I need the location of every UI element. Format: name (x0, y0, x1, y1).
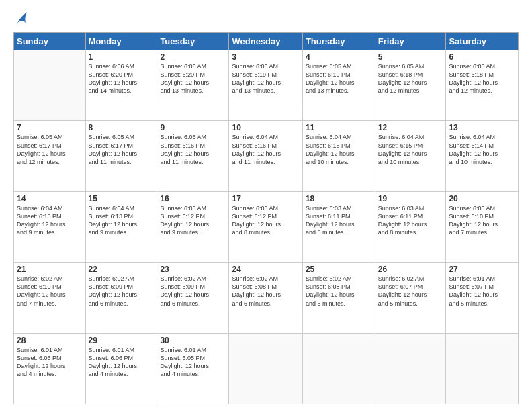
weekday-header-friday: Friday (375, 33, 446, 50)
day-info: Sunrise: 6:06 AMSunset: 6:20 PMDaylight:… (89, 62, 154, 95)
day-number: 25 (306, 265, 372, 274)
weekday-header-thursday: Thursday (302, 33, 375, 50)
calendar-cell: 16Sunrise: 6:03 AMSunset: 6:12 PMDayligh… (157, 191, 229, 262)
day-number: 13 (449, 123, 515, 132)
day-number: 6 (449, 52, 515, 62)
calendar-cell: 26Sunrise: 6:02 AMSunset: 6:07 PMDayligh… (375, 263, 446, 333)
day-number: 19 (378, 194, 443, 203)
day-info: Sunrise: 6:04 AMSunset: 6:15 PMDaylight:… (306, 133, 372, 166)
calendar-cell: 6Sunrise: 6:05 AMSunset: 6:18 PMDaylight… (446, 50, 519, 121)
day-number: 24 (232, 265, 299, 274)
calendar: SundayMondayTuesdayWednesdayThursdayFrid… (13, 32, 519, 404)
calendar-cell (229, 333, 302, 404)
day-number: 17 (232, 194, 299, 203)
day-info: Sunrise: 6:04 AMSunset: 6:16 PMDaylight:… (232, 133, 299, 166)
day-number: 29 (89, 336, 154, 345)
day-info: Sunrise: 6:04 AMSunset: 6:13 PMDaylight:… (89, 204, 154, 237)
day-info: Sunrise: 6:06 AMSunset: 6:19 PMDaylight:… (232, 62, 299, 95)
day-info: Sunrise: 6:03 AMSunset: 6:12 PMDaylight:… (232, 204, 299, 237)
calendar-cell: 23Sunrise: 6:02 AMSunset: 6:09 PMDayligh… (157, 263, 229, 333)
calendar-cell: 19Sunrise: 6:03 AMSunset: 6:11 PMDayligh… (375, 191, 446, 262)
weekday-header-tuesday: Tuesday (157, 33, 229, 50)
day-number: 18 (306, 194, 372, 203)
day-number: 12 (378, 123, 443, 132)
day-info: Sunrise: 6:05 AMSunset: 6:17 PMDaylight:… (17, 133, 83, 166)
logo-text (13, 12, 28, 26)
calendar-cell: 15Sunrise: 6:04 AMSunset: 6:13 PMDayligh… (85, 191, 157, 262)
day-number: 11 (306, 123, 372, 132)
calendar-cell: 28Sunrise: 6:01 AMSunset: 6:06 PMDayligh… (14, 333, 86, 404)
day-number: 5 (378, 52, 443, 62)
calendar-cell: 13Sunrise: 6:04 AMSunset: 6:14 PMDayligh… (446, 121, 519, 191)
logo (13, 12, 28, 26)
day-number: 2 (160, 52, 226, 62)
day-number: 21 (17, 265, 83, 274)
day-number: 3 (232, 52, 299, 62)
day-info: Sunrise: 6:05 AMSunset: 6:19 PMDaylight:… (306, 62, 372, 95)
day-number: 14 (17, 194, 83, 203)
calendar-cell: 25Sunrise: 6:02 AMSunset: 6:08 PMDayligh… (302, 263, 375, 333)
day-info: Sunrise: 6:01 AMSunset: 6:07 PMDaylight:… (449, 275, 515, 308)
day-number: 10 (232, 123, 299, 132)
day-number: 28 (17, 336, 83, 345)
calendar-cell: 3Sunrise: 6:06 AMSunset: 6:19 PMDaylight… (229, 50, 302, 121)
day-info: Sunrise: 6:02 AMSunset: 6:09 PMDaylight:… (160, 275, 226, 308)
day-number: 1 (89, 52, 154, 62)
day-number: 22 (89, 265, 154, 274)
day-number: 20 (449, 194, 515, 203)
week-row-2: 7Sunrise: 6:05 AMSunset: 6:17 PMDaylight… (14, 121, 519, 191)
day-number: 27 (449, 265, 515, 274)
day-info: Sunrise: 6:02 AMSunset: 6:09 PMDaylight:… (89, 275, 154, 308)
day-info: Sunrise: 6:02 AMSunset: 6:07 PMDaylight:… (378, 275, 443, 308)
calendar-cell: 22Sunrise: 6:02 AMSunset: 6:09 PMDayligh… (85, 263, 157, 333)
calendar-cell: 29Sunrise: 6:01 AMSunset: 6:06 PMDayligh… (85, 333, 157, 404)
calendar-table: SundayMondayTuesdayWednesdayThursdayFrid… (13, 32, 519, 404)
day-info: Sunrise: 6:01 AMSunset: 6:05 PMDaylight:… (160, 346, 226, 379)
calendar-cell: 12Sunrise: 6:04 AMSunset: 6:15 PMDayligh… (375, 121, 446, 191)
calendar-cell: 7Sunrise: 6:05 AMSunset: 6:17 PMDaylight… (14, 121, 86, 191)
calendar-cell: 30Sunrise: 6:01 AMSunset: 6:05 PMDayligh… (157, 333, 229, 404)
calendar-cell: 27Sunrise: 6:01 AMSunset: 6:07 PMDayligh… (446, 263, 519, 333)
calendar-cell: 20Sunrise: 6:03 AMSunset: 6:10 PMDayligh… (446, 191, 519, 262)
calendar-cell (446, 333, 519, 404)
day-number: 23 (160, 265, 226, 274)
calendar-cell (375, 333, 446, 404)
calendar-cell: 9Sunrise: 6:05 AMSunset: 6:16 PMDaylight… (157, 121, 229, 191)
weekday-header-saturday: Saturday (446, 33, 519, 50)
day-number: 8 (89, 123, 154, 132)
calendar-cell: 8Sunrise: 6:05 AMSunset: 6:17 PMDaylight… (85, 121, 157, 191)
calendar-cell: 4Sunrise: 6:05 AMSunset: 6:19 PMDaylight… (302, 50, 375, 121)
day-info: Sunrise: 6:01 AMSunset: 6:06 PMDaylight:… (17, 346, 83, 379)
day-number: 15 (89, 194, 154, 203)
week-row-4: 21Sunrise: 6:02 AMSunset: 6:10 PMDayligh… (14, 263, 519, 333)
calendar-cell: 2Sunrise: 6:06 AMSunset: 6:20 PMDaylight… (157, 50, 229, 121)
logo-bird-icon (16, 11, 28, 26)
day-info: Sunrise: 6:04 AMSunset: 6:15 PMDaylight:… (378, 133, 443, 166)
day-info: Sunrise: 6:04 AMSunset: 6:13 PMDaylight:… (17, 204, 83, 237)
day-info: Sunrise: 6:05 AMSunset: 6:18 PMDaylight:… (449, 62, 515, 95)
day-info: Sunrise: 6:05 AMSunset: 6:17 PMDaylight:… (89, 133, 154, 166)
calendar-cell: 14Sunrise: 6:04 AMSunset: 6:13 PMDayligh… (14, 191, 86, 262)
day-info: Sunrise: 6:02 AMSunset: 6:08 PMDaylight:… (232, 275, 299, 308)
week-row-5: 28Sunrise: 6:01 AMSunset: 6:06 PMDayligh… (14, 333, 519, 404)
weekday-header-sunday: Sunday (14, 33, 86, 50)
calendar-cell: 18Sunrise: 6:03 AMSunset: 6:11 PMDayligh… (302, 191, 375, 262)
header (13, 12, 519, 26)
day-number: 9 (160, 123, 226, 132)
day-info: Sunrise: 6:02 AMSunset: 6:10 PMDaylight:… (17, 275, 83, 308)
day-info: Sunrise: 6:02 AMSunset: 6:08 PMDaylight:… (306, 275, 372, 308)
day-number: 30 (160, 336, 226, 345)
day-number: 16 (160, 194, 226, 203)
day-info: Sunrise: 6:03 AMSunset: 6:11 PMDaylight:… (306, 204, 372, 237)
day-number: 4 (306, 52, 372, 62)
day-info: Sunrise: 6:03 AMSunset: 6:10 PMDaylight:… (449, 204, 515, 237)
day-info: Sunrise: 6:06 AMSunset: 6:20 PMDaylight:… (160, 62, 226, 95)
calendar-cell: 5Sunrise: 6:05 AMSunset: 6:18 PMDaylight… (375, 50, 446, 121)
day-info: Sunrise: 6:03 AMSunset: 6:11 PMDaylight:… (378, 204, 443, 237)
weekday-header-wednesday: Wednesday (229, 33, 302, 50)
day-info: Sunrise: 6:05 AMSunset: 6:18 PMDaylight:… (378, 62, 443, 95)
calendar-cell: 21Sunrise: 6:02 AMSunset: 6:10 PMDayligh… (14, 263, 86, 333)
day-number: 7 (17, 123, 83, 132)
calendar-cell: 24Sunrise: 6:02 AMSunset: 6:08 PMDayligh… (229, 263, 302, 333)
day-info: Sunrise: 6:01 AMSunset: 6:06 PMDaylight:… (89, 346, 154, 379)
